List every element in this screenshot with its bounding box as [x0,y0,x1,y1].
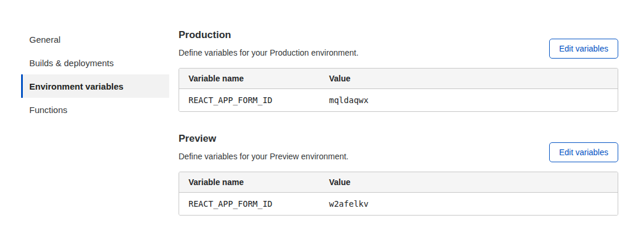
sidebar-item-general[interactable]: General [21,28,169,51]
sidebar-item-builds-deployments[interactable]: Builds & deployments [21,51,169,74]
environment-variables-content: Production Define variables for your Pro… [179,28,618,216]
production-section-header: Production Define variables for your Pro… [179,29,618,57]
table-row: REACT_APP_FORM_ID w2afelkv [179,193,618,215]
sidebar-item-functions[interactable]: Functions [21,98,169,121]
production-variables-table: Variable name Value REACT_APP_FORM_ID mq… [179,68,618,112]
production-edit-variables-button[interactable]: Edit variables [549,39,618,59]
variable-value-cell: mqldaqwx [320,89,618,111]
settings-sidebar: General Builds & deployments Environment… [21,28,169,216]
table-row: REACT_APP_FORM_ID mqldaqwx [179,89,618,111]
value-column-header: Value [320,172,618,193]
production-section: Production Define variables for your Pro… [179,29,618,112]
variable-value-cell: w2afelkv [320,193,618,215]
preview-variables-table: Variable name Value REACT_APP_FORM_ID w2… [179,172,618,216]
production-section-title: Production [179,29,358,41]
table-header-row: Variable name Value [179,69,618,89]
preview-section: Preview Define variables for your Previe… [179,133,618,216]
sidebar-item-label: General [29,35,60,45]
sidebar-item-label: Environment variables [29,81,124,91]
preview-section-description: Define variables for your Preview enviro… [179,152,348,161]
value-column-header: Value [320,69,618,89]
sidebar-item-label: Builds & deployments [29,58,114,68]
production-section-text: Production Define variables for your Pro… [179,29,358,57]
preview-section-text: Preview Define variables for your Previe… [179,133,348,161]
table-header-row: Variable name Value [179,172,618,193]
variable-name-cell: REACT_APP_FORM_ID [179,89,320,111]
settings-page: General Builds & deployments Environment… [0,0,644,216]
variable-name-column-header: Variable name [179,172,320,193]
preview-section-title: Preview [179,133,348,145]
preview-section-header: Preview Define variables for your Previe… [179,133,618,161]
production-section-description: Define variables for your Production env… [179,48,358,57]
preview-edit-variables-button[interactable]: Edit variables [549,142,618,162]
variable-name-cell: REACT_APP_FORM_ID [179,193,320,215]
sidebar-item-label: Functions [29,105,67,115]
variable-name-column-header: Variable name [179,69,320,89]
sidebar-item-environment-variables[interactable]: Environment variables [21,74,169,98]
